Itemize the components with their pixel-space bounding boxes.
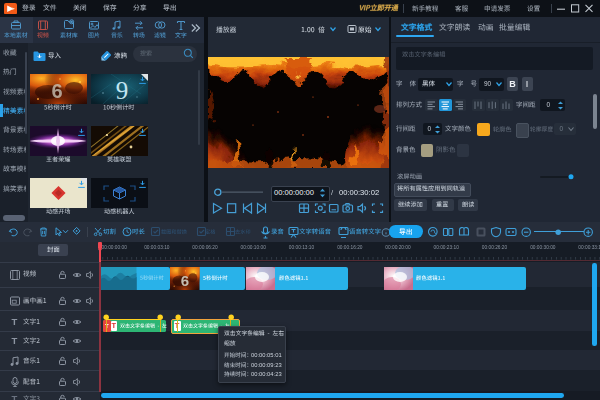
svg-text:6: 6 bbox=[181, 271, 189, 288]
svg-text:6: 6 bbox=[51, 79, 62, 101]
svg-text:9: 9 bbox=[115, 77, 128, 104]
